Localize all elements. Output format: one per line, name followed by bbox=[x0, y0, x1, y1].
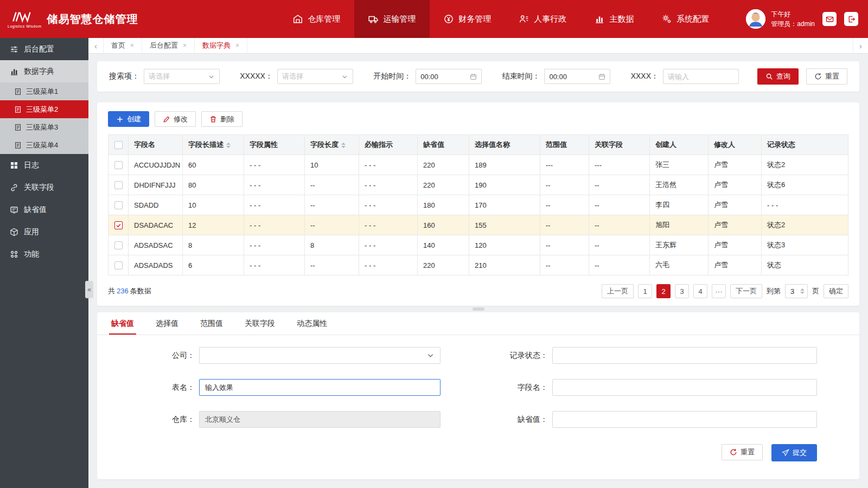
company-field-row: 公司： bbox=[147, 347, 441, 364]
row-checkbox[interactable] bbox=[114, 161, 123, 169]
form-reset-button[interactable]: 重置 bbox=[722, 444, 763, 460]
table-row-1[interactable]: ACCUOJJDJN60- - -10- - -220189------张三卢雪… bbox=[108, 155, 848, 175]
row-checkbox[interactable] bbox=[114, 201, 123, 209]
submit-button[interactable]: 提交 bbox=[771, 444, 817, 461]
row-checkbox[interactable] bbox=[114, 221, 123, 229]
tab-close-icon[interactable]: × bbox=[130, 42, 134, 49]
column-header-5: 必输指示 bbox=[359, 135, 418, 155]
next-page-button[interactable]: 下一页 bbox=[730, 284, 762, 298]
nav-item-3[interactable]: 财务管理 bbox=[430, 0, 505, 38]
table-cell: 卢雪 bbox=[709, 155, 762, 175]
company-select[interactable] bbox=[199, 347, 441, 364]
tabs-scroll-left-icon[interactable]: ‹ bbox=[88, 38, 104, 53]
nav-item-2[interactable]: 运输管理 bbox=[354, 0, 430, 38]
select-placeholder: 请选择 bbox=[282, 72, 303, 81]
detail-tab-2[interactable]: 选择值 bbox=[145, 312, 189, 335]
tab-close-icon[interactable]: × bbox=[235, 42, 239, 49]
mail-button[interactable] bbox=[822, 12, 837, 26]
tab-close-icon[interactable]: × bbox=[183, 42, 187, 49]
column-header-4[interactable]: 字段长度 bbox=[305, 135, 359, 155]
column-header-2[interactable]: 字段长描述 bbox=[183, 135, 244, 155]
table-cell: 220 bbox=[418, 255, 469, 275]
time-value: 00:00 bbox=[549, 73, 567, 81]
table-row-5[interactable]: ADSADSAC8- - -8- - -140120----王东辉卢雪状态3 bbox=[108, 235, 848, 255]
nav-item-6[interactable]: 系统配置 bbox=[648, 0, 723, 38]
select-all-checkbox[interactable] bbox=[114, 141, 123, 149]
table-cell: 10 bbox=[305, 155, 359, 175]
page-ellipsis[interactable]: ··· bbox=[712, 284, 726, 298]
tab-3[interactable]: 数据字典× bbox=[195, 38, 247, 53]
create-button[interactable]: 创建 bbox=[108, 111, 149, 127]
sidebar-collapse-handle[interactable]: « bbox=[85, 281, 93, 298]
sidebar-subitem-1[interactable]: 三级菜单1 bbox=[0, 82, 88, 100]
page-button-2[interactable]: 2 bbox=[656, 284, 671, 298]
field-name-input[interactable] bbox=[552, 379, 817, 396]
sort-icon[interactable] bbox=[341, 143, 346, 148]
row-checkbox[interactable] bbox=[114, 261, 123, 269]
sidebar-item-5[interactable]: 缺省值 bbox=[0, 198, 88, 221]
table-cell: 120 bbox=[469, 235, 540, 255]
page-button-1[interactable]: 1 bbox=[638, 284, 652, 298]
delete-button[interactable]: 删除 bbox=[201, 111, 242, 127]
nav-item-1[interactable]: 仓库管理 bbox=[279, 0, 354, 38]
sidebar-subitem-3[interactable]: 三级菜单3 bbox=[0, 118, 88, 136]
detail-tab-3[interactable]: 范围值 bbox=[189, 312, 234, 335]
table-row-6[interactable]: ADSADADS6- - ---- - -220210----六毛卢雪状态 bbox=[108, 255, 848, 275]
detail-tab-4[interactable]: 关联字段 bbox=[234, 312, 286, 335]
avatar[interactable] bbox=[746, 9, 765, 29]
table-cell: 卢雪 bbox=[709, 235, 762, 255]
detail-tab-5[interactable]: 动态属性 bbox=[286, 312, 338, 335]
sidebar-item-3[interactable]: 日志 bbox=[0, 154, 88, 176]
sidebar-item-6[interactable]: 应用 bbox=[0, 221, 88, 243]
prev-page-button[interactable]: 上一页 bbox=[602, 284, 634, 298]
search-select-1[interactable]: 请选择 bbox=[144, 69, 220, 84]
column-label: 字段长度 bbox=[310, 140, 339, 149]
time-input-4[interactable]: 00:00 bbox=[544, 69, 610, 84]
record-status-input[interactable] bbox=[552, 347, 817, 364]
table-name-input[interactable] bbox=[199, 379, 441, 396]
table-row-3[interactable]: SDADD10- - ---- - -180170----李四卢雪- - - bbox=[108, 195, 848, 215]
table-row-4[interactable]: DSADACAC12- - ---- - -160155----旭阳卢雪状态2 bbox=[108, 215, 848, 235]
search-text-input[interactable] bbox=[663, 69, 739, 84]
default-value-input[interactable] bbox=[552, 411, 817, 428]
row-checkbox[interactable] bbox=[114, 181, 123, 189]
sidebar-subitem-4[interactable]: 三级菜单4 bbox=[0, 136, 88, 154]
goto-page-input[interactable]: 3 bbox=[785, 284, 808, 298]
table-cell: 80 bbox=[183, 175, 244, 195]
total-count: 共236条数据 bbox=[108, 286, 151, 296]
sidebar-item-4[interactable]: 关联字段 bbox=[0, 176, 88, 198]
sidebar-subitem-2[interactable]: 三级菜单2 bbox=[0, 100, 88, 118]
search-field-label: 开始时间： bbox=[373, 72, 411, 81]
sort-icon[interactable] bbox=[226, 143, 231, 148]
sidebar-item-1[interactable]: 后台配置 bbox=[0, 38, 88, 60]
page-button-3[interactable]: 3 bbox=[675, 284, 689, 298]
nav-item-label: 仓库管理 bbox=[308, 14, 340, 24]
confirm-page-button[interactable]: 确定 bbox=[824, 284, 848, 298]
tab-2[interactable]: 后台配置× bbox=[142, 38, 195, 53]
time-input-3[interactable]: 00:00 bbox=[416, 69, 482, 84]
detail-tab-1[interactable]: 缺省值 bbox=[100, 312, 145, 335]
chevron-down-icon bbox=[341, 73, 348, 80]
search-select-2[interactable]: 请选择 bbox=[277, 69, 353, 84]
query-button[interactable]: 查询 bbox=[757, 68, 799, 85]
sidebar-subitem-label: 三级菜单4 bbox=[26, 140, 58, 150]
splitter-handle[interactable] bbox=[473, 307, 484, 311]
table-cell: -- bbox=[540, 215, 589, 235]
row-checkbox[interactable] bbox=[114, 241, 123, 249]
table-cell: 状态6 bbox=[762, 175, 848, 195]
table-cell: 张三 bbox=[650, 155, 709, 175]
spinner-icon[interactable] bbox=[800, 288, 805, 294]
sidebar-item-2[interactable]: 数据字典 bbox=[0, 60, 88, 82]
edit-button[interactable]: 修改 bbox=[155, 111, 196, 127]
table-row-2[interactable]: DHDIFNFJJJ80- - ---- - -220190----王浩然卢雪状… bbox=[108, 175, 848, 195]
nav-item-5[interactable]: 主数据 bbox=[580, 0, 648, 38]
pagination: 上一页1234···下一页到第3页确定 bbox=[602, 284, 848, 298]
reset-button[interactable]: 重置 bbox=[806, 68, 847, 85]
sidebar-item-7[interactable]: 功能 bbox=[0, 243, 88, 265]
logout-button[interactable] bbox=[844, 12, 858, 26]
tabs-scroll-right-icon[interactable]: › bbox=[853, 38, 868, 53]
nav-item-4[interactable]: 人事行政 bbox=[505, 0, 580, 38]
tab-1[interactable]: 首页× bbox=[104, 38, 142, 53]
page-button-4[interactable]: 4 bbox=[693, 284, 707, 298]
table-cell: - - - bbox=[359, 255, 418, 275]
